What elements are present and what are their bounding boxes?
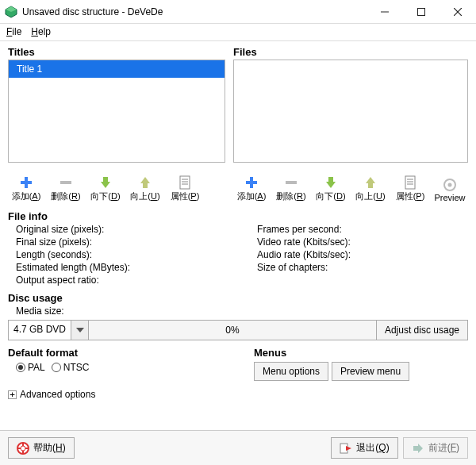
- arate-label: Audio rate (Kbits/sec):: [257, 249, 351, 260]
- svg-rect-16: [246, 181, 257, 184]
- menu-options-button[interactable]: Menu options: [254, 362, 328, 381]
- menu-file[interactable]: File: [6, 26, 21, 37]
- radio-dot-icon: [16, 363, 25, 372]
- aspect-label: Output aspect ratio:: [16, 275, 130, 286]
- svg-marker-26: [76, 328, 84, 332]
- media-size-value: 4.7 GB DVD: [9, 321, 71, 340]
- minus-icon: [59, 175, 73, 190]
- properties-icon: [178, 175, 191, 190]
- list-item[interactable]: Title 1: [9, 60, 225, 78]
- maximize-button[interactable]: [403, 0, 440, 24]
- disc-usage-heading: Disc usage: [8, 292, 468, 304]
- files-heading: Files: [233, 46, 468, 58]
- media-size-combo[interactable]: 4.7 GB DVD: [8, 320, 89, 340]
- titles-add-button[interactable]: 添加(A): [8, 167, 44, 202]
- radio-ntsc[interactable]: NTSC: [52, 362, 90, 373]
- titles-up-button[interactable]: 向上(U): [127, 167, 163, 202]
- advanced-options-expander[interactable]: + Advanced options: [8, 389, 468, 400]
- files-pane: Files 添加(A) 删除(R) 向下(D) 向上(U): [233, 46, 468, 202]
- expand-icon: +: [8, 390, 17, 399]
- est-length-label: Estimated length (MBytes):: [16, 262, 130, 273]
- svg-rect-11: [180, 176, 190, 189]
- chevron-down-icon: [71, 321, 88, 340]
- orig-size-label: Original size (pixels):: [16, 224, 130, 235]
- disc-usage-progress: 0%: [89, 320, 376, 340]
- svg-point-25: [448, 183, 452, 187]
- files-add-button[interactable]: 添加(A): [233, 167, 270, 202]
- svg-rect-7: [21, 181, 32, 184]
- minimize-button[interactable]: [367, 0, 403, 24]
- files-preview-button[interactable]: Preview: [432, 167, 468, 202]
- app-icon: [5, 6, 17, 18]
- lifebuoy-icon: [17, 442, 29, 455]
- chapters-label: Size of chapters:: [257, 262, 351, 273]
- footer: 帮助(H) 退出(Q) 前进(F): [0, 430, 476, 465]
- svg-marker-10: [140, 177, 150, 188]
- files-listbox[interactable]: [233, 60, 468, 163]
- plus-icon: [244, 175, 259, 190]
- titles-properties-button[interactable]: 属性(P): [167, 167, 203, 202]
- menus-heading: Menus: [254, 347, 468, 359]
- svg-marker-18: [326, 177, 336, 188]
- files-toolbar: 添加(A) 删除(R) 向下(D) 向上(U) 属性(P): [233, 167, 468, 202]
- plus-icon: [19, 175, 33, 190]
- titles-down-button[interactable]: 向下(D): [87, 167, 124, 202]
- titles-delete-button[interactable]: 删除(R): [48, 167, 84, 202]
- arrow-up-icon: [363, 175, 378, 190]
- svg-point-28: [21, 446, 25, 451]
- radio-pal[interactable]: PAL: [16, 362, 45, 373]
- vrate-label: Video rate (Kbits/sec):: [257, 236, 351, 248]
- svg-marker-34: [346, 446, 351, 451]
- fps-label: Frames per second:: [257, 224, 351, 235]
- files-down-button[interactable]: 向下(D): [313, 167, 349, 202]
- menubar: File Help: [0, 24, 476, 41]
- svg-marker-35: [413, 444, 423, 453]
- files-properties-button[interactable]: 属性(P): [392, 167, 428, 202]
- help-button[interactable]: 帮助(H): [8, 437, 75, 459]
- titles-toolbar: 添加(A) 删除(R) 向下(D) 向上(U) 属性(P): [8, 167, 225, 202]
- radio-dot-icon: [52, 363, 61, 372]
- titles-heading: Titles: [8, 46, 225, 58]
- preview-menu-button[interactable]: Preview menu: [332, 362, 409, 381]
- media-size-label: Media size:: [8, 306, 468, 317]
- length-label: Length (seconds):: [16, 249, 130, 260]
- svg-marker-9: [101, 177, 110, 188]
- exit-button[interactable]: 退出(Q): [331, 437, 397, 459]
- arrow-up-icon: [138, 175, 152, 190]
- titles-listbox[interactable]: Title 1: [8, 60, 225, 163]
- properties-icon: [404, 175, 416, 190]
- minus-icon: [284, 175, 298, 190]
- adjust-disc-usage-button[interactable]: Adjust disc usage: [376, 320, 468, 340]
- close-button[interactable]: [440, 0, 476, 24]
- svg-rect-20: [405, 176, 415, 189]
- preview-icon: [443, 177, 457, 193]
- svg-rect-3: [418, 8, 425, 15]
- file-info-heading: File info: [8, 210, 468, 222]
- disc-usage-percent: 0%: [225, 325, 239, 336]
- exit-icon: [340, 442, 352, 455]
- arrow-down-icon: [324, 175, 338, 190]
- arrow-down-icon: [98, 175, 113, 190]
- window-titlebar: Unsaved disc structure - DeVeDe: [0, 0, 476, 24]
- titles-pane: Titles Title 1 添加(A) 删除(R) 向下(D): [8, 46, 225, 202]
- forward-button[interactable]: 前进(F): [403, 437, 468, 459]
- arrow-right-icon: [412, 442, 424, 455]
- final-size-label: Final size (pixels):: [16, 236, 130, 248]
- menu-help[interactable]: Help: [31, 26, 51, 37]
- window-title: Unsaved disc structure - DeVeDe: [22, 6, 367, 17]
- svg-rect-8: [60, 181, 71, 184]
- files-delete-button[interactable]: 删除(R): [273, 167, 309, 202]
- default-format-heading: Default format: [8, 347, 222, 359]
- svg-marker-19: [366, 177, 375, 188]
- svg-rect-17: [286, 181, 297, 184]
- files-up-button[interactable]: 向上(U): [352, 167, 389, 202]
